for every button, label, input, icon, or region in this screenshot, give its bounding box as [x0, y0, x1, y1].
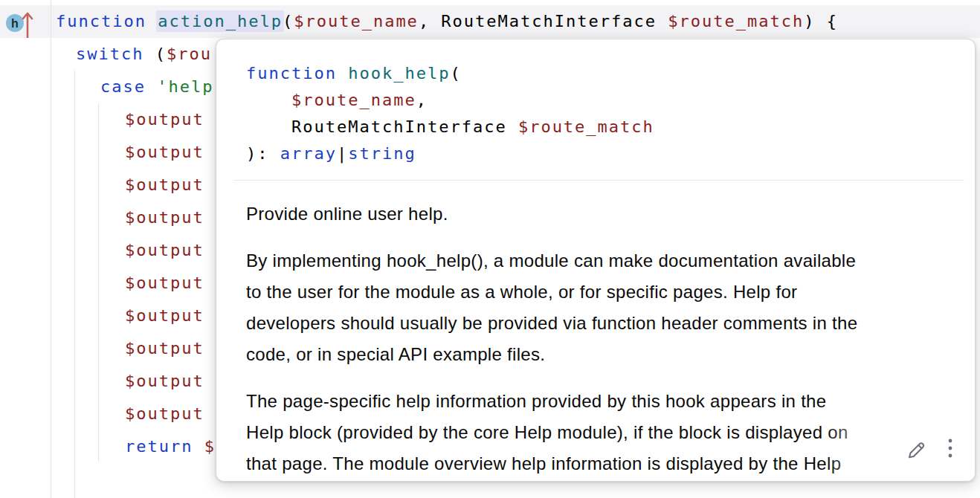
code-token: hook_help: [348, 64, 450, 83]
code-token: $output: [125, 143, 204, 161]
code-token: $output: [125, 306, 204, 325]
code-token: [193, 437, 204, 456]
code-line[interactable]: $output: [125, 169, 204, 201]
code-token: $output: [125, 241, 204, 259]
code-line[interactable]: $output: [125, 300, 204, 332]
code-token: |: [337, 144, 348, 163]
popup-toolbar: [826, 414, 975, 481]
code-line[interactable]: case 'help: [100, 71, 213, 103]
code-line[interactable]: return $: [125, 430, 216, 463]
code-token: $output: [125, 339, 204, 358]
signature-line: RouteMatchInterface $route_match: [246, 114, 945, 140]
code-token: ):: [246, 144, 280, 163]
code-token: $route_name: [294, 12, 419, 30]
code-line[interactable]: $output: [125, 234, 204, 267]
code-token: ,: [416, 91, 428, 109]
code-token: function: [246, 64, 348, 83]
code-token: $route_match: [518, 117, 654, 136]
code-line[interactable]: $output: [125, 201, 204, 234]
code-line[interactable]: $output: [125, 267, 204, 300]
code-token: case: [100, 77, 146, 96]
code-token: $output: [125, 110, 204, 129]
doc-paragraph: By implementing hook_help(), a module ca…: [246, 245, 945, 370]
code-token: switch: [76, 45, 144, 63]
code-token: $output: [125, 404, 204, 423]
code-line[interactable]: $output: [125, 365, 204, 398]
doc-paragraph: Provide online user help.: [246, 198, 945, 230]
signature-line: $route_name,: [246, 87, 945, 114]
code-token: RouteMatchInterface: [246, 117, 518, 136]
code-token: $output: [125, 208, 204, 227]
code-line[interactable]: function action_help($route_name, RouteM…: [56, 5, 838, 38]
code-token: $output: [125, 274, 204, 292]
code-token: [246, 91, 291, 109]
code-token: $output: [125, 175, 204, 194]
popup-divider: [233, 180, 964, 181]
code-token: array: [280, 144, 337, 163]
code-token: $output: [125, 372, 204, 390]
code-line[interactable]: $output: [125, 398, 204, 430]
code-token: (: [144, 45, 167, 63]
code-line[interactable]: switch ($rou: [76, 38, 212, 71]
doc-line: to the user for the module as a whole, o…: [246, 277, 945, 308]
code-token: $: [204, 437, 216, 456]
doc-line: By implementing hook_help(), a module ca…: [246, 245, 945, 277]
code-line[interactable]: $output: [125, 332, 204, 365]
more-options-icon[interactable]: [945, 436, 955, 460]
code-token: 'help: [157, 77, 213, 96]
code-token: (: [283, 12, 294, 30]
code-token: $route_match: [668, 12, 804, 30]
code-token: (: [450, 64, 461, 83]
code-token: $route_name: [291, 91, 416, 109]
documentation-popup: function hook_help( $route_name, RouteMa…: [216, 39, 976, 482]
function-signature: function hook_help( $route_name, RouteMa…: [216, 39, 975, 167]
doc-line: The page-specific help information provi…: [246, 386, 945, 417]
code-token: [146, 77, 157, 96]
code-token: $rou: [167, 45, 212, 63]
doc-line: code, or in special API example files.: [246, 339, 945, 370]
code-line[interactable]: $output: [125, 136, 204, 169]
code-editor[interactable]: h function action_help($route_name, Rout…: [0, 0, 980, 498]
edit-icon[interactable]: [903, 438, 927, 462]
code-token: function: [56, 12, 158, 30]
code-token: , RouteMatchInterface: [419, 12, 668, 30]
signature-line: ): array|string: [246, 140, 945, 167]
code-line[interactable]: $output: [125, 103, 204, 136]
signature-line: function hook_help(: [246, 60, 945, 87]
code-token: return: [125, 437, 193, 456]
doc-line: developers should usually be provided vi…: [246, 308, 945, 339]
code-token: action_help: [156, 10, 284, 32]
doc-line: Provide online user help.: [246, 198, 945, 230]
code-token: ) {: [804, 12, 838, 30]
code-token: string: [348, 144, 416, 163]
